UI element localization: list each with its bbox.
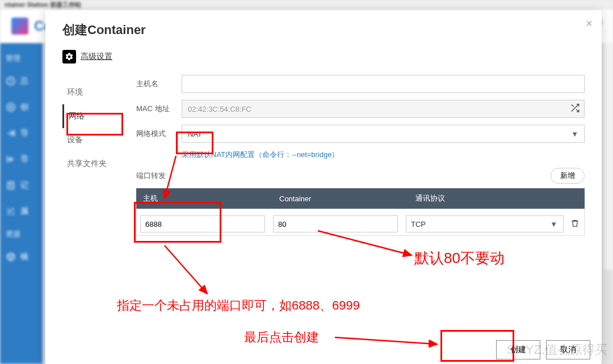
tab-env[interactable]: 环境 <box>62 81 131 104</box>
mac-label: MAC 地址 <box>136 104 182 114</box>
col-protocol: 通讯协议 <box>409 193 585 204</box>
create-button[interactable]: 创建 <box>496 340 540 359</box>
tab-network[interactable]: 网络 <box>62 104 131 128</box>
sidebar-item-create[interactable]: 创 <box>0 94 43 120</box>
window-titlebar: ntainer Station 容器工作站 <box>0 0 613 9</box>
right-collapsed-panel <box>603 43 613 270</box>
modal-footer: 创建 取消 <box>496 340 590 359</box>
sidebar-item-log[interactable]: 记 <box>0 172 43 198</box>
advanced-settings-link[interactable]: 高级设置 <box>81 52 112 62</box>
app-logo-icon <box>11 18 28 35</box>
shuffle-icon[interactable] <box>570 103 580 115</box>
sidebar-item-export[interactable]: 导 <box>0 120 43 146</box>
settings-tabs: 环境 网络 设备 共享文件夹 <box>62 69 131 236</box>
port-forward-table: 主机 Container 通讯协议 TCP ▼ <box>136 188 585 236</box>
gear-icon <box>62 50 76 64</box>
network-form: 主机名 MAC 地址 网络模式 NAT ▼ 采用默认NAT内网配置（命令行：--… <box>131 69 585 236</box>
sidebar-item-overview[interactable]: 总 <box>0 68 43 94</box>
hostname-label: 主机名 <box>136 79 182 89</box>
col-container: Container <box>272 194 409 203</box>
tab-shared-folder[interactable]: 共享文件夹 <box>62 152 131 176</box>
sidebar-item-import[interactable]: 导 <box>0 146 43 172</box>
cancel-button[interactable]: 取消 <box>546 340 590 359</box>
table-row: TCP ▼ <box>137 209 584 235</box>
protocol-select[interactable]: TCP ▼ <box>406 215 564 232</box>
netmode-value: NAT <box>188 130 202 138</box>
modal-title: 创建Container <box>45 10 602 44</box>
caret-down-icon: ▼ <box>571 130 578 138</box>
close-icon[interactable]: × <box>586 17 593 30</box>
portfwd-label: 端口转发 <box>136 171 166 181</box>
sidebar-item-images[interactable]: 镜 <box>0 244 43 270</box>
delete-row-icon[interactable] <box>570 219 581 230</box>
sidebar-category: 管理 <box>0 49 43 68</box>
netmode-label: 网络模式 <box>136 129 182 139</box>
protocol-value: TCP <box>411 220 426 228</box>
netmode-select[interactable]: NAT ▼ <box>182 125 585 143</box>
create-container-modal: × 创建Container 高级设置 环境 网络 设备 共享文件夹 主机名 MA… <box>45 10 602 364</box>
hostname-input[interactable] <box>182 75 585 93</box>
table-header: 主机 Container 通讯协议 <box>136 188 585 209</box>
container-port-input[interactable] <box>273 215 398 232</box>
app-sidebar: 管理 总 创 导 导 记 属 资源 镜 <box>0 43 43 364</box>
netmode-description: 采用默认NAT内网配置（命令行：--net=bridge） <box>182 150 585 160</box>
caret-down-icon: ▼ <box>550 220 557 228</box>
add-port-button[interactable]: 新增 <box>551 168 585 184</box>
sidebar-category: 资源 <box>0 225 43 244</box>
advanced-settings-row[interactable]: 高级设置 <box>45 44 602 69</box>
mac-input <box>182 100 585 118</box>
host-port-input[interactable] <box>140 215 265 232</box>
col-host: 主机 <box>136 193 272 204</box>
tab-device[interactable]: 设备 <box>62 128 131 152</box>
sidebar-item-props[interactable]: 属 <box>0 198 43 225</box>
